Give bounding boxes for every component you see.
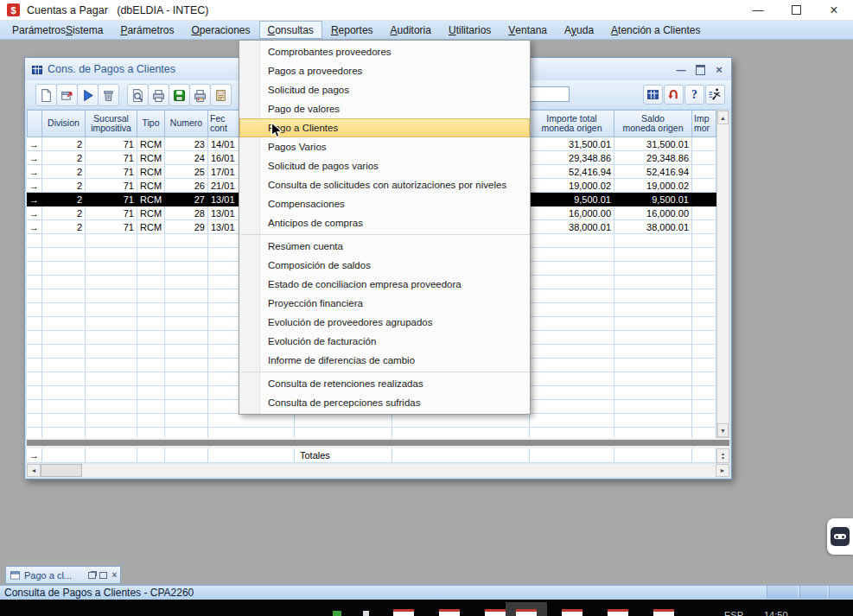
close-button[interactable]: × — [815, 0, 853, 20]
grid-cell-numero — [165, 303, 208, 317]
menu-item-informe-de-diferencias-de-cambio[interactable]: Informe de diferencias de cambio — [239, 351, 530, 370]
toolbar-table-grid-button[interactable] — [643, 85, 663, 105]
menu-item-pago-a-clientes[interactable]: Pago a Clientes — [239, 118, 530, 137]
menu-item-anticipos-de-compras[interactable]: Anticipos de compras — [239, 213, 530, 232]
grid-cell-sucursal: 71 — [86, 151, 137, 165]
grid-cell-numero — [165, 331, 208, 345]
grid-cell-tipo — [137, 400, 165, 414]
scroll-right-button[interactable]: ► — [716, 464, 729, 477]
toolbar-red-return-arrow-button[interactable] — [664, 85, 684, 105]
menu-item-pagos-varios[interactable]: Pagos Varios — [239, 137, 530, 156]
menu-item-consulta-de-solicitudes-con-autorizaciones-por-niveles[interactable]: Consulta de solicitudes con autorizacion… — [239, 175, 530, 194]
grid-cell-arrow — [27, 276, 42, 289]
grid-cell-numero: 23 — [165, 137, 208, 151]
scroll-left-button[interactable]: ◄ — [27, 464, 41, 477]
grid-empty-row — [27, 414, 716, 428]
mini-close-button[interactable]: × — [109, 570, 120, 580]
vertical-scrollbar[interactable]: ▲ ▼ — [716, 110, 729, 438]
totals-cell-importe — [530, 448, 614, 463]
maximize-button[interactable] — [777, 0, 815, 20]
column-header-imp-mor[interactable]: Imp mor — [692, 110, 716, 137]
grid-cell-division — [42, 345, 86, 359]
menubar-item-parametros-sistema[interactable]: Parámetros Sistema — [3, 21, 111, 39]
remote-control-side-tab[interactable] — [827, 518, 853, 555]
menubar-item-atencion-a-clientes[interactable]: Atención a Clientes — [602, 21, 709, 39]
grid-cell-importe — [530, 303, 614, 317]
toolbar-preview-page-button[interactable] — [127, 84, 149, 106]
scroll-down-button[interactable]: ▼ — [717, 423, 729, 437]
column-header-tipo[interactable]: Tipo — [137, 110, 165, 137]
grid-cell-saldo — [614, 414, 692, 428]
grid-cell-imp2 — [692, 345, 716, 359]
menubar-item-parametros[interactable]: Parámetros — [111, 21, 182, 39]
menu-item-pagos-a-proveedores[interactable]: Pagos a proveedores — [239, 61, 530, 80]
menubar-item-ayuda[interactable]: Ayuda — [556, 21, 602, 39]
menubar-item-operaciones[interactable]: Operaciones — [182, 21, 258, 39]
grid-cell-fecha — [208, 428, 295, 438]
toolbar-new-document-button[interactable] — [35, 84, 57, 106]
toolbar-cardfile-button[interactable] — [210, 84, 232, 106]
maximize-icon — [99, 572, 107, 579]
menubar-item-auditoria[interactable]: Auditoria — [382, 21, 440, 39]
delete-trash-icon — [101, 88, 116, 103]
column-header-division[interactable]: Division — [42, 110, 86, 137]
column-header-sucursal-impositiva[interactable]: Sucursal impositiva — [86, 110, 137, 137]
menu-item-resumen-cuenta[interactable]: Resúmen cuenta — [239, 237, 530, 256]
column-header-numero[interactable]: Numero — [165, 110, 208, 137]
child-close-button[interactable]: × — [711, 63, 727, 76]
menubar-item-ventana[interactable]: Ventana — [500, 21, 556, 39]
mini-restore-button[interactable] — [86, 572, 98, 579]
toolbar-exit-runner-button[interactable] — [705, 85, 725, 105]
grid-cell-importe — [530, 428, 614, 438]
grid-cell-hidden1 — [295, 428, 392, 438]
child-minimize-button[interactable]: — — [673, 63, 689, 76]
horizontal-scrollbar[interactable]: ◄ ► — [27, 464, 729, 477]
hscroll-track[interactable] — [82, 464, 716, 477]
menu-item-composicion-de-saldos[interactable]: Composición de saldos — [239, 256, 530, 275]
grid-cell-importe — [530, 386, 614, 400]
grid-cell-arrow — [27, 372, 42, 386]
menu-item-solicitud-de-pagos[interactable]: Solicitud de pagos — [239, 80, 530, 99]
menu-item-consulta-de-retenciones-realizadas[interactable]: Consulta de retenciones realizadas — [239, 374, 530, 393]
mdi-child-window-icon — [10, 570, 21, 581]
menu-item-compensaciones[interactable]: Compensaciones — [239, 194, 530, 213]
column-header-importe-total-moneda-origen[interactable]: Importe total moneda origen — [530, 110, 614, 137]
toolbar-help-question-button[interactable]: ? — [684, 85, 704, 105]
toolbar-delete-trash-button[interactable] — [98, 84, 119, 106]
edit-window-icon — [60, 88, 74, 103]
grid-cell-tipo — [137, 234, 165, 248]
toolbar-save-floppy-button[interactable] — [169, 84, 190, 106]
menubar-item-utilitarios[interactable]: Utilitarios — [440, 21, 500, 39]
grid-footer-separator — [27, 438, 729, 448]
grid-cell-division — [42, 276, 86, 289]
grid-cell-saldo — [614, 276, 692, 289]
grid-cell-saldo: 16,000.00 — [614, 206, 692, 220]
toolbar-print-color-button[interactable] — [189, 84, 211, 106]
hscroll-thumb[interactable] — [41, 464, 82, 477]
grid-cell-sucursal — [86, 317, 137, 331]
scroll-up-button[interactable]: ▲ — [717, 111, 729, 124]
menu-item-estado-de-conciliacion-empresa-proveedora[interactable]: Estado de conciliacion empresa proveedor… — [239, 275, 530, 294]
menu-item-solicitud-de-pagos-varios[interactable]: Solicitud de pagos varios — [239, 156, 530, 175]
menu-item-comprobantes-proveedores[interactable]: Comprobantes proveedores — [239, 42, 530, 61]
toolbar-edit-window-button[interactable] — [56, 84, 78, 106]
menubar-item-reportes[interactable]: Reportes — [322, 21, 382, 39]
grid-cell-importe — [530, 331, 614, 345]
totals-spinner[interactable]: ▲▼ — [716, 448, 729, 463]
grid-cell-importe — [530, 359, 614, 372]
menubar-item-consultas[interactable]: Consultas — [259, 21, 322, 39]
menu-item-pago-de-valores[interactable]: Pago de valores — [239, 99, 530, 118]
child-maximize-button[interactable] — [692, 63, 708, 76]
windows-taskbar: ESP 14:50 — [0, 600, 853, 616]
mini-maximize-button[interactable] — [98, 572, 109, 579]
minimize-button[interactable]: — — [739, 0, 777, 20]
run-play-icon — [80, 88, 95, 103]
menu-item-evolucion-de-facturacion[interactable]: Evolución de facturación — [239, 332, 530, 351]
column-header-saldo-moneda-origen[interactable]: Saldo moneda origen — [614, 110, 692, 137]
toolbar-run-play-button[interactable] — [77, 84, 99, 106]
menu-item-evolucion-de-proveedores-agrupados[interactable]: Evolución de proveedores agrupados — [239, 313, 530, 332]
menu-item-consulta-de-percepciones-sufridas[interactable]: Consulta de percepciones sufridas — [239, 393, 530, 412]
minimized-window-pago[interactable]: Pago a cl... × — [5, 566, 121, 584]
menu-item-proyeccion-financiera[interactable]: Proyección financiera — [239, 294, 530, 313]
toolbar-print-button[interactable] — [148, 84, 169, 106]
